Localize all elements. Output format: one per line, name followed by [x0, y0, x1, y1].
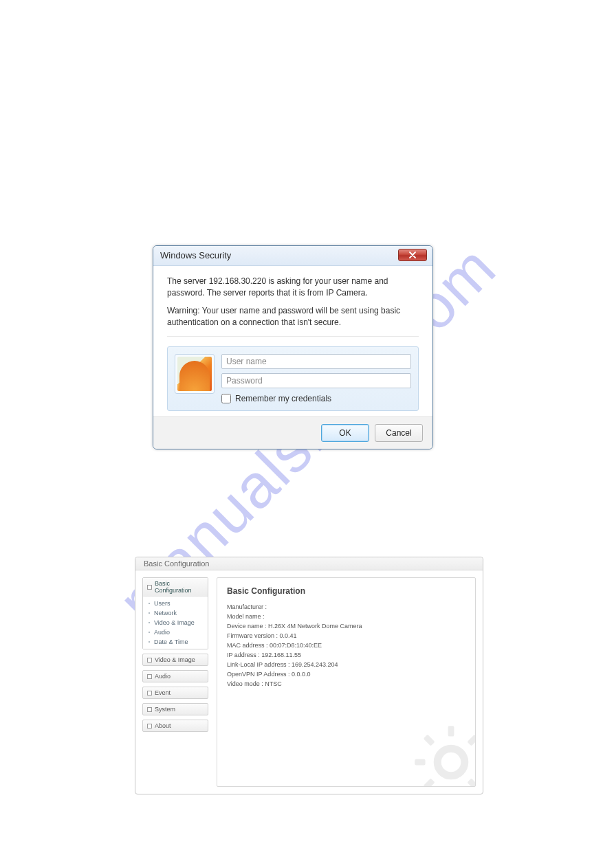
gear-icon: [413, 724, 476, 787]
config-field-row: Link-Local IP address : 169.254.243.204: [227, 660, 465, 670]
svg-rect-7: [424, 735, 435, 746]
credentials-fields: Remember my credentials: [221, 354, 411, 403]
sidebar-head-label: Basic Configuration: [155, 580, 204, 594]
config-field-row: Firmware version : 0.0.41: [227, 632, 465, 641]
close-button[interactable]: [398, 249, 427, 261]
close-icon: [409, 249, 416, 261]
svg-rect-6: [424, 778, 435, 787]
expand-icon: [147, 658, 152, 663]
sidebar-group-audio[interactable]: Audio: [142, 670, 208, 682]
config-content-panel: Basic Configuration Manufacturer : Model…: [217, 577, 476, 787]
dialog-footer: OK Cancel: [153, 416, 432, 449]
config-rows: Manufacturer : Model name : Device name …: [227, 603, 465, 689]
svg-point-0: [437, 748, 465, 776]
config-field-row: OpenVPN IP Address : 0.0.0.0: [227, 670, 465, 680]
sidebar-group-basic: Basic Configuration Users Network Video …: [142, 577, 208, 649]
config-sidebar: Basic Configuration Users Network Video …: [142, 577, 208, 787]
sidebar-item-video-image[interactable]: Video & Image: [143, 618, 208, 627]
remember-label: Remember my credentials: [235, 394, 331, 403]
sidebar-item-network[interactable]: Network: [143, 608, 208, 618]
config-field-row: Video mode : NTSC: [227, 680, 465, 689]
svg-rect-8: [467, 778, 476, 787]
dialog-title: Windows Security: [160, 250, 231, 260]
sidebar-group-label: About: [155, 722, 171, 729]
dialog-message-1: The server 192.168.30.220 is asking for …: [167, 276, 419, 300]
sidebar-group-about[interactable]: About: [142, 720, 208, 732]
sidebar-head-basic-configuration[interactable]: Basic Configuration: [143, 578, 208, 597]
sidebar-group-system[interactable]: System: [142, 703, 208, 715]
sidebar-group-label: Event: [155, 689, 171, 696]
svg-rect-1: [448, 726, 454, 736]
remember-checkbox[interactable]: [221, 394, 231, 403]
windows-security-dialog: Windows Security The server 192.168.30.2…: [153, 245, 433, 449]
cancel-button[interactable]: Cancel: [375, 424, 423, 442]
svg-rect-3: [415, 759, 425, 766]
sidebar-group-label: System: [155, 706, 175, 713]
username-input[interactable]: [221, 354, 411, 369]
svg-rect-5: [467, 735, 476, 746]
sidebar-group-event[interactable]: Event: [142, 687, 208, 699]
sidebar-item-date-time[interactable]: Date & Time: [143, 637, 208, 647]
sidebar-item-audio[interactable]: Audio: [143, 627, 208, 637]
dialog-body: The server 192.168.30.220 is asking for …: [153, 266, 432, 416]
credentials-panel: Remember my credentials: [167, 346, 419, 411]
content-title: Basic Configuration: [227, 586, 465, 596]
config-field-row: IP address : 192.168.11.55: [227, 651, 465, 660]
config-body: Basic Configuration Users Network Video …: [135, 570, 483, 794]
config-field-row: Device name : H.26X 4M Network Dome Came…: [227, 622, 465, 632]
dialog-divider: [167, 336, 419, 337]
remember-row[interactable]: Remember my credentials: [221, 394, 411, 403]
dialog-message-2: Warning: Your user name and password wil…: [167, 305, 419, 329]
collapse-icon: [147, 585, 152, 590]
sidebar-nav-basic: Users Network Video & Image Audio Date &…: [143, 597, 208, 649]
config-header: Basic Configuration: [135, 557, 483, 570]
config-field-row: Manufacturer :: [227, 603, 465, 612]
config-field-row: MAC address : 00:07:D8:10:40:EE: [227, 641, 465, 651]
expand-icon: [147, 724, 152, 728]
expand-icon: [147, 691, 152, 695]
dialog-titlebar: Windows Security: [153, 246, 432, 266]
ok-button[interactable]: OK: [321, 424, 369, 442]
sidebar-group-label: Audio: [155, 673, 171, 680]
config-field-row: Model name :: [227, 612, 465, 622]
user-avatar-icon: [175, 354, 215, 394]
sidebar-group-label: Video & Image: [155, 656, 195, 663]
expand-icon: [147, 674, 152, 679]
password-input[interactable]: [221, 373, 411, 388]
expand-icon: [147, 707, 152, 712]
sidebar-item-users[interactable]: Users: [143, 599, 208, 608]
sidebar-group-video-image[interactable]: Video & Image: [142, 654, 208, 666]
basic-configuration-window: Basic Configuration Basic Configuration …: [135, 557, 483, 794]
